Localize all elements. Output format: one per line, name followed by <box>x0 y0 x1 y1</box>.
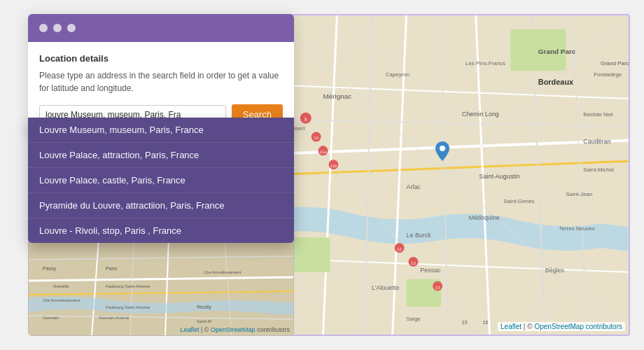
mini-map[interactable]: Passy Paris Grenelle Faubourg Saint-Anto… <box>28 238 294 336</box>
svg-text:13: 13 <box>435 286 440 290</box>
svg-text:Les Pins-Francs: Les Pins-Francs <box>465 60 505 66</box>
suggestion-item-4[interactable]: Louvre - Rivoli, stop, Paris , France <box>28 218 294 243</box>
svg-point-59 <box>440 146 445 151</box>
svg-text:Saige: Saige <box>407 316 421 322</box>
svg-text:Saint-Genès: Saint-Genès <box>503 198 534 204</box>
svg-text:Germain: Germain <box>43 316 59 320</box>
svg-text:Grenelle: Grenelle <box>53 284 69 288</box>
svg-text:11e Arrondissement: 11e Arrondissement <box>204 270 241 274</box>
svg-text:Faubourg Saint-Antoine: Faubourg Saint-Antoine <box>106 284 150 288</box>
suggestions-dropdown: Louvre Museum, museum, Paris, France Lou… <box>28 118 294 243</box>
svg-text:Germain Antone: Germain Antone <box>99 316 130 320</box>
svg-text:Saint-Michel: Saint-Michel <box>583 167 614 173</box>
leaflet-link[interactable]: Leaflet <box>500 323 522 330</box>
svg-text:Mérignac: Mérignac <box>323 92 352 100</box>
main-map[interactable]: Grand Parc Bordeaux Mérignac Desert Chem… <box>266 14 630 336</box>
svg-text:Grand Parc: Grand Parc <box>538 48 576 55</box>
svg-text:13: 13 <box>411 261 416 265</box>
svg-text:Caudéran: Caudéran <box>583 138 610 145</box>
card-description: Please type an address in the search fie… <box>39 69 283 94</box>
svg-text:Bordeaux: Bordeaux <box>538 78 573 86</box>
svg-text:Fondadège: Fondadège <box>594 71 622 78</box>
svg-text:Capeyron: Capeyron <box>386 71 410 78</box>
svg-rect-18 <box>288 237 330 272</box>
svg-text:12: 12 <box>397 247 402 251</box>
svg-text:Médoquine: Médoquine <box>469 214 500 221</box>
svg-text:10: 10 <box>314 136 318 140</box>
suggestion-item-1[interactable]: Louvre Palace, attraction, Paris, France <box>28 143 294 168</box>
svg-text:Bastide Niel: Bastide Niel <box>583 111 613 118</box>
svg-text:Paris: Paris <box>106 266 117 271</box>
svg-text:16: 16 <box>483 320 489 325</box>
suggestion-item-0[interactable]: Louvre Museum, museum, Paris, France <box>28 118 294 143</box>
suggestion-item-2[interactable]: Louvre Palace, castle, Paris, France <box>28 168 294 193</box>
card-title: Location details <box>39 53 283 64</box>
svg-text:L'Alouette: L'Alouette <box>372 284 399 291</box>
svg-text:Saint-Jean: Saint-Jean <box>566 191 593 197</box>
svg-text:15e Arrondissement: 15e Arrondissement <box>43 298 80 302</box>
mini-map-attribution: Leaflet | © OpenStreetMap contributors <box>180 326 290 333</box>
header-dot-1 <box>39 24 48 32</box>
svg-text:9: 9 <box>304 117 307 122</box>
svg-text:15: 15 <box>462 320 468 325</box>
card-header <box>28 14 294 42</box>
svg-text:Saint-Augustin: Saint-Augustin <box>479 173 520 180</box>
svg-text:Chemin Long: Chemin Long <box>462 111 499 118</box>
mini-osm-link[interactable]: OpenStreetMap <box>211 326 255 333</box>
svg-text:Le Burck: Le Burck <box>407 232 432 239</box>
svg-text:Faubourg Saint-Antoine: Faubourg Saint-Antoine <box>106 305 150 309</box>
svg-text:Arlac: Arlac <box>407 183 421 190</box>
osm-link[interactable]: OpenStreetMap contributors <box>534 323 622 330</box>
mini-leaflet-link[interactable]: Leaflet <box>180 326 199 333</box>
svg-text:Terres Neuves: Terres Neuves <box>559 225 595 232</box>
map-attribution: Leaflet | © OpenStreetMap contributors <box>498 322 625 331</box>
svg-text:Pessac: Pessac <box>420 267 441 274</box>
svg-text:Grand Parc: Grand Parc <box>601 60 629 66</box>
svg-text:11b: 11b <box>330 164 337 168</box>
svg-text:Passy: Passy <box>43 266 57 272</box>
svg-text:Bègles: Bègles <box>545 267 565 274</box>
svg-text:11a: 11a <box>320 150 328 154</box>
map-marker <box>435 141 449 161</box>
suggestion-item-3[interactable]: Pyramide du Louvre, attractiion, Paris, … <box>28 193 294 218</box>
svg-text:Saint-M: Saint-M <box>197 319 211 323</box>
svg-text:Reuilly: Reuilly <box>197 304 212 310</box>
header-dot-2 <box>53 24 62 32</box>
header-dot-3 <box>67 24 76 32</box>
